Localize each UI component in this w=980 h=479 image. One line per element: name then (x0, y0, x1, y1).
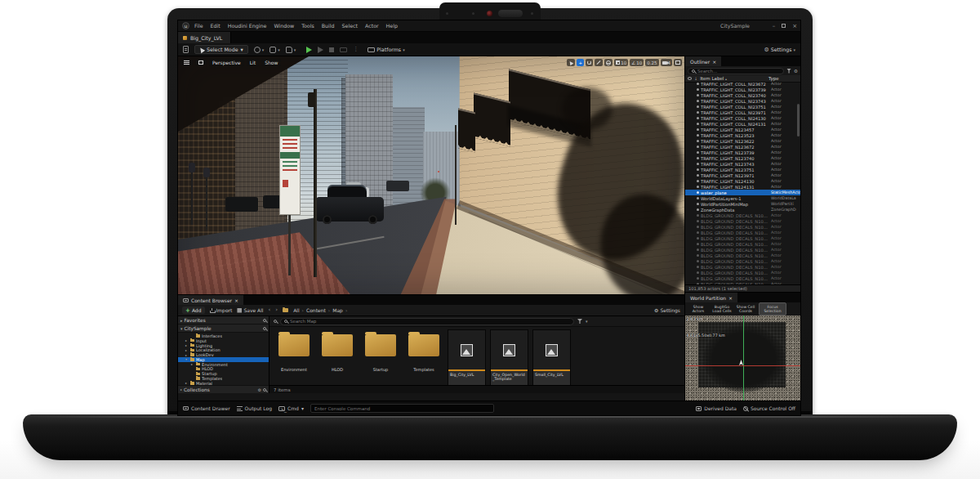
scale-tool-button[interactable] (595, 59, 603, 66)
grid-snap-toggle[interactable]: 10 (614, 59, 628, 66)
menu-item[interactable]: Build (322, 23, 335, 29)
menu-item[interactable]: Select (342, 23, 358, 29)
outliner-row[interactable]: BLDG_GROUND_DECALS_N100000 (U Actor (685, 213, 800, 218)
console-command-input[interactable] (314, 406, 490, 411)
world-space-toggle[interactable] (604, 59, 612, 66)
outliner-row[interactable]: TRAFFIC_LIGHT_COLL_NI23740 Actor (685, 92, 800, 98)
platforms-button[interactable]: Platforms ▾ (368, 47, 404, 52)
folder-tile[interactable]: HLOD (318, 329, 357, 385)
search-icon[interactable] (263, 319, 266, 322)
viewport-fullscreen-button[interactable] (674, 59, 682, 66)
world-partition-button[interactable]: Show Actors (688, 305, 709, 313)
cinematics-button[interactable]: ▾ (286, 47, 296, 53)
menu-item[interactable]: Houdini Engine (228, 23, 267, 29)
derived-data-button[interactable]: Derived Data (696, 405, 737, 411)
content-drawer-button[interactable]: Content Drawer (183, 405, 230, 411)
folder-tile[interactable]: Environment (274, 329, 314, 385)
output-log-button[interactable]: Output Log (237, 405, 272, 411)
asset-search-box[interactable] (280, 318, 574, 325)
breadcrumb-item[interactable]: Content (306, 307, 332, 313)
level-asset-tile[interactable]: Small_City_LVL Level (532, 329, 571, 385)
menu-item[interactable]: Edit (211, 23, 220, 29)
outliner-row[interactable]: TRAFFIC_LIGHT_N123743 Actor (685, 161, 800, 167)
breadcrumb-item[interactable]: Map (332, 307, 350, 313)
scale-snap-toggle[interactable]: 0.25 (645, 59, 658, 66)
outliner-row[interactable]: TRAFFIC_LIGHT_N123740 Actor (685, 155, 800, 161)
outliner-row[interactable]: TRAFFIC_LIGHT_N124131 Actor (685, 184, 800, 190)
outliner-search-box[interactable] (688, 68, 784, 74)
source-root-header[interactable]: ▾ CitySample (178, 325, 269, 333)
source-control-button[interactable]: Source Control Off (743, 405, 795, 411)
breadcrumb-item[interactable]: All (293, 307, 306, 313)
add-button[interactable]: + Add (182, 307, 205, 314)
camera-speed-button[interactable]: 4 (661, 59, 673, 66)
cmd-dropdown[interactable]: >_ Cmd ▾ (278, 405, 304, 411)
menu-item[interactable]: Tools (301, 23, 314, 29)
outliner-row[interactable]: TRAFFIC_LIGHT_COLL_NI23751 Actor (685, 104, 800, 110)
outliner-row[interactable]: BLDG_GROUND_DECALS_N101005 (U Actor (685, 258, 800, 264)
outliner-row[interactable]: water_plane StaticMeshActor (685, 190, 800, 195)
add-content-button[interactable]: ▾ (254, 47, 265, 53)
play-button[interactable] (306, 47, 312, 53)
outliner-row[interactable]: BLDG_GROUND_DECALS_N100100 (U Actor (685, 230, 800, 235)
outliner-search-input[interactable] (697, 69, 780, 74)
menu-item[interactable]: Window (274, 23, 294, 29)
settings-button[interactable]: ⚙ Settings ▾ (764, 47, 795, 53)
close-icon[interactable]: × (728, 295, 733, 301)
import-button[interactable]: Import (210, 307, 233, 313)
launch-device-icon[interactable] (340, 47, 347, 52)
outliner-row[interactable]: TRAFFIC_LIGHT_COLL_NI23672 Actor (685, 81, 800, 87)
viewport-menu-button[interactable] (180, 60, 193, 65)
menu-item[interactable]: Help (386, 23, 398, 29)
close-icon[interactable]: × (234, 298, 238, 303)
eye-icon[interactable] (688, 77, 692, 80)
tab-level[interactable]: Big_City_LVL (178, 32, 231, 43)
rotation-snap-toggle[interactable]: ∠10 (630, 59, 644, 66)
folder-tile[interactable]: Startup (361, 329, 400, 385)
filter-icon[interactable] (577, 319, 582, 324)
world-partition-button[interactable]: Focus Selection (759, 302, 786, 316)
gear-icon[interactable]: ⚙ (794, 68, 798, 74)
search-icon[interactable] (263, 327, 266, 330)
asset-search-input[interactable] (290, 319, 570, 324)
outliner-row[interactable]: BLDG_GROUND_DECALS_N100001 (U Actor (685, 218, 800, 224)
skip-frame-icon[interactable] (318, 47, 323, 53)
console-command-box[interactable] (310, 404, 494, 413)
outliner-row[interactable]: TRAFFIC_LIGHT_N123622 Actor (685, 138, 800, 144)
world-partition-button[interactable]: BugItGo Load Cells (711, 305, 733, 313)
tab-outliner[interactable]: Outliner × (685, 56, 721, 66)
outliner-row[interactable]: TRAFFIC_LIGHT_N123739 Actor (685, 150, 800, 155)
outliner-row[interactable]: BLDG_GROUND_DECALS_N101004 (U Actor (685, 253, 800, 258)
menu-item[interactable]: File (194, 23, 203, 29)
outliner-row[interactable]: TRAFFIC_LIGHT_N123971 Actor (685, 172, 800, 178)
outliner-row[interactable]: WorldDataLayers-1 WorldDataLa (685, 195, 800, 201)
close-icon[interactable]: × (712, 59, 716, 65)
save-all-button[interactable]: Save All (237, 307, 263, 313)
perspective-dropdown[interactable]: Perspective (209, 59, 244, 66)
stop-icon[interactable] (329, 47, 334, 52)
view-mode-dropdown[interactable]: Lit (247, 59, 259, 66)
outliner-row[interactable]: TRAFFIC_LIGHT_COLL_NI24130 Actor (685, 115, 800, 121)
outliner-row[interactable]: ZoneGraphData ZoneGraphD (685, 207, 800, 213)
outliner-row[interactable]: BLDG_GROUND_DECALS_N101001 (U Actor (685, 235, 800, 241)
select-tool-button[interactable] (567, 59, 575, 66)
maximize-icon[interactable] (782, 24, 786, 28)
play-options-icon[interactable]: ⋮ (353, 47, 359, 52)
level-viewport[interactable]: Perspective Lit Show + 10 ∠10 0.25 4 (178, 56, 684, 294)
outliner-row[interactable]: TRAFFIC_LIGHT_N124130 Actor (685, 178, 800, 184)
outliner-row[interactable]: BLDG_GROUND_DECALS_N102000 (U Actor (685, 264, 800, 270)
favorites-header[interactable]: ▸ Favorites (178, 316, 269, 325)
tab-world-partition[interactable]: World Partition × (685, 293, 737, 302)
outliner-row[interactable]: TRAFFIC_LIGHT_COLL_NI23971 Actor (685, 110, 800, 115)
filter-icon[interactable] (786, 69, 791, 74)
viewport-maximize-button[interactable] (195, 60, 207, 65)
outliner-row[interactable]: TRAFFIC_LIGHT_N123672 Actor (685, 144, 800, 150)
minimize-icon[interactable]: – (773, 23, 776, 29)
folder-tile[interactable]: Templates (404, 329, 443, 385)
menu-item[interactable]: Actor (365, 23, 379, 29)
outliner-row[interactable]: TRAFFIC_LIGHT_COLL_NI24131 Actor (685, 121, 800, 127)
outliner-row[interactable]: BLDG_GROUND_DECALS_N102002 (U Actor (685, 275, 800, 281)
outliner-row[interactable]: TRAFFIC_LIGHT_N123751 Actor (685, 167, 800, 172)
back-icon[interactable]: ‹ (269, 307, 271, 313)
outliner-row[interactable]: TRAFFIC_LIGHT_COLL_NI23739 Actor (685, 87, 800, 92)
